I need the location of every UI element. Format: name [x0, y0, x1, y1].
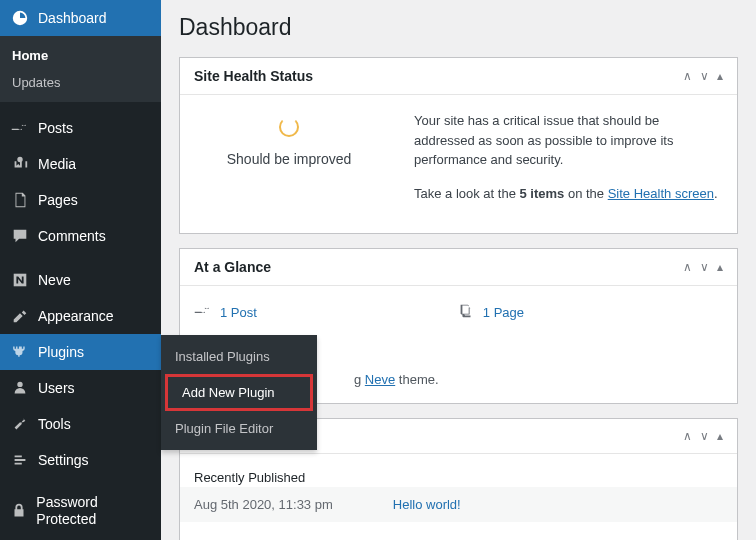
glance-pages-link[interactable]: 1 Page: [457, 302, 524, 323]
site-health-status-text: Should be improved: [194, 151, 384, 167]
plugins-icon: [10, 342, 30, 362]
sidebar-item-posts[interactable]: Posts: [0, 110, 161, 146]
sidebar-label: Pages: [38, 192, 78, 208]
move-up-icon[interactable]: ∧: [683, 69, 692, 83]
activity-row: Aug 5th 2020, 11:33 pm Hello world!: [180, 487, 737, 522]
sidebar-sub-updates[interactable]: Updates: [0, 69, 161, 96]
sidebar-label: Comments: [38, 228, 106, 244]
sidebar-item-password-protected[interactable]: Password Protected: [0, 486, 161, 536]
sidebar-item-settings[interactable]: Settings: [0, 442, 161, 478]
comments-icon: [10, 226, 30, 246]
sidebar-label: Settings: [38, 452, 89, 468]
page-title: Dashboard: [179, 14, 738, 41]
sidebar-label: Plugins: [38, 344, 84, 360]
glance-posts-link[interactable]: 1 Post: [194, 302, 257, 323]
appearance-icon: [10, 306, 30, 326]
media-icon: [10, 154, 30, 174]
main-content: Dashboard Site Health Status ∧ ∨ ▴ Shoul…: [161, 0, 756, 540]
sidebar-sub-home[interactable]: Home: [0, 42, 161, 69]
sidebar-item-media[interactable]: Media: [0, 146, 161, 182]
move-down-icon[interactable]: ∨: [700, 260, 709, 274]
dashboard-icon: [10, 8, 30, 28]
sidebar-label: Neve: [38, 272, 71, 288]
flyout-plugin-file-editor[interactable]: Plugin File Editor: [161, 413, 317, 444]
panel-controls: ∧ ∨ ▴: [683, 260, 723, 274]
panel-header: Site Health Status ∧ ∨ ▴: [180, 58, 737, 95]
tools-icon: [10, 414, 30, 434]
flyout-installed-plugins[interactable]: Installed Plugins: [161, 341, 317, 372]
site-health-indicator: Should be improved: [194, 111, 384, 167]
sidebar-item-plugins[interactable]: Plugins: [0, 334, 161, 370]
flyout-add-new-plugin[interactable]: Add New Plugin: [165, 374, 313, 411]
site-health-screen-link[interactable]: Site Health screen: [608, 186, 714, 201]
activity-post-link[interactable]: Hello world!: [393, 497, 461, 512]
settings-icon: [10, 450, 30, 470]
sidebar-item-comments[interactable]: Comments: [0, 218, 161, 254]
collapse-icon[interactable]: ▴: [717, 69, 723, 83]
neve-icon: [10, 270, 30, 290]
panel-title: Site Health Status: [194, 68, 313, 84]
move-up-icon[interactable]: ∧: [683, 260, 692, 274]
progress-ring-icon: [279, 117, 299, 137]
sidebar-label: Password Protected: [36, 494, 151, 528]
site-health-panel: Site Health Status ∧ ∨ ▴ Should be impro…: [179, 57, 738, 234]
pin-icon: [10, 118, 30, 138]
pin-icon: [194, 302, 212, 323]
site-health-body: Should be improved Your site has a criti…: [180, 95, 737, 233]
collapse-icon[interactable]: ▴: [717, 429, 723, 443]
sidebar-submenu-dashboard: Home Updates: [0, 36, 161, 102]
move-down-icon[interactable]: ∨: [700, 429, 709, 443]
collapse-icon[interactable]: ▴: [717, 260, 723, 274]
move-up-icon[interactable]: ∧: [683, 429, 692, 443]
sidebar-label: Media: [38, 156, 76, 172]
sidebar-item-pages[interactable]: Pages: [0, 182, 161, 218]
panel-title: At a Glance: [194, 259, 271, 275]
sidebar-item-dashboard[interactable]: Dashboard: [0, 0, 161, 36]
activity-date: Aug 5th 2020, 11:33 pm: [194, 497, 333, 512]
sidebar-item-users[interactable]: Users: [0, 370, 161, 406]
pages-icon: [10, 190, 30, 210]
sidebar-label: Dashboard: [38, 10, 107, 26]
panel-header: At a Glance ∧ ∨ ▴: [180, 249, 737, 286]
recently-published-heading: Recently Published: [194, 470, 723, 485]
sidebar-label: Users: [38, 380, 75, 396]
panel-controls: ∧ ∨ ▴: [683, 429, 723, 443]
site-health-msg1: Your site has a critical issue that shou…: [414, 111, 723, 170]
theme-link[interactable]: Neve: [365, 372, 395, 387]
sidebar-label: Appearance: [38, 308, 114, 324]
panel-controls: ∧ ∨ ▴: [683, 69, 723, 83]
admin-sidebar: Dashboard Home Updates Posts Media Pages…: [0, 0, 161, 540]
site-health-message: Your site has a critical issue that shou…: [414, 111, 723, 217]
users-icon: [10, 378, 30, 398]
sidebar-item-neve[interactable]: Neve: [0, 262, 161, 298]
lock-icon: [10, 501, 28, 521]
sidebar-item-appearance[interactable]: Appearance: [0, 298, 161, 334]
sidebar-label: Tools: [38, 416, 71, 432]
activity-body: Recently Published Aug 5th 2020, 11:33 p…: [180, 454, 737, 540]
sidebar-label: Posts: [38, 120, 73, 136]
pages-icon: [457, 302, 475, 323]
site-health-msg2: Take a look at the 5 items on the Site H…: [414, 184, 723, 204]
move-down-icon[interactable]: ∨: [700, 69, 709, 83]
plugins-flyout-menu: Installed Plugins Add New Plugin Plugin …: [161, 335, 317, 450]
sidebar-item-tools[interactable]: Tools: [0, 406, 161, 442]
